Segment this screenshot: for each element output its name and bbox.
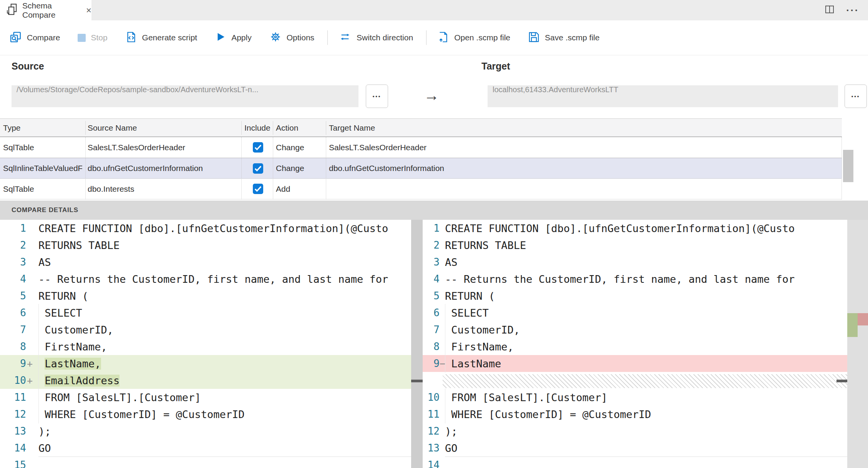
split-editor-icon[interactable] [824, 4, 835, 16]
more-actions-icon[interactable]: ••• [846, 7, 860, 13]
compare-details-title: COMPARE DETAILS [12, 206, 78, 214]
header-divider [241, 121, 242, 135]
code-text: CREATE FUNCTION [dbo].[ufnGetCustomerInf… [38, 222, 423, 234]
line-number: 3 [0, 256, 26, 268]
code-line[interactable]: 11 WHERE [CustomerID] = @CustomerID [423, 406, 868, 423]
diff-overview-ruler[interactable] [847, 220, 868, 468]
cell-type: SqlTable [3, 137, 82, 158]
code-text: EmailAddress [38, 375, 423, 387]
column-header-source-name[interactable]: Source Name [88, 119, 137, 137]
table-row[interactable]: SqlTableSalesLT.SalesOrderHeader ChangeS… [0, 137, 842, 158]
code-line[interactable]: 1CREATE FUNCTION [dbo].[ufnGetCustomerIn… [423, 220, 868, 237]
code-line[interactable]: 6 SELECT [423, 304, 868, 321]
open-file-icon [437, 31, 449, 45]
code-text: GO [445, 442, 868, 454]
code-line[interactable]: 13); [0, 423, 423, 440]
code-line[interactable]: 5RETURN ( [423, 287, 868, 304]
tab-schema-compare[interactable]: Schema Compare × [0, 0, 91, 20]
line-number: 13 [423, 442, 440, 454]
target-path-field[interactable]: localhost,61433.AdventureWorksLTT [488, 85, 838, 107]
code-line[interactable]: 13GO [423, 440, 868, 456]
code-text: CustomerID, [38, 324, 423, 336]
direction-arrow-icon: → [424, 87, 439, 104]
line-number: 5 [423, 290, 440, 302]
save-scmp-button[interactable]: Save .scmp file [528, 31, 599, 45]
include-checkbox[interactable] [253, 142, 263, 153]
code-line[interactable]: 7 CustomerID, [0, 321, 423, 338]
compare-button[interactable]: Compare [9, 31, 60, 45]
line-number: 6 [0, 307, 26, 319]
code-text: -- Returns the CustomerID, first name, a… [445, 273, 868, 285]
code-line[interactable]: 4-- Returns the CustomerID, first name, … [0, 271, 423, 287]
line-number: 7 [0, 324, 26, 335]
code-line[interactable]: 9+ LastName, [0, 355, 423, 372]
code-text: RETURN ( [38, 290, 423, 302]
code-line[interactable]: 10 FROM [SalesLT].[Customer] [423, 389, 868, 406]
include-checkbox[interactable] [253, 184, 263, 194]
source-editor-scrollbar[interactable] [411, 220, 423, 468]
line-number: 3 [423, 256, 440, 268]
code-line[interactable]: 3AS [0, 254, 423, 271]
diff-filler-line[interactable] [423, 372, 868, 389]
code-line[interactable]: 10+ EmailAddress [0, 372, 423, 389]
options-button[interactable]: Options [269, 31, 314, 45]
diff-editor-source[interactable]: 1CREATE FUNCTION [dbo].[ufnGetCustomerIn… [0, 220, 423, 468]
code-line[interactable]: 9− LastName [423, 355, 868, 372]
diff-sign: + [26, 358, 37, 369]
code-line[interactable]: 15 [0, 456, 423, 468]
source-browse-button[interactable]: ••• [366, 85, 388, 108]
apply-button[interactable]: Apply [215, 31, 252, 44]
table-row[interactable]: SqlTabledbo.Interests Add [0, 179, 842, 199]
target-browse-button[interactable]: ••• [845, 85, 867, 108]
code-line[interactable]: 1CREATE FUNCTION [dbo].[ufnGetCustomerIn… [0, 220, 423, 237]
code-text: LastName, [38, 358, 423, 370]
code-text: FROM [SalesLT].[Customer] [445, 392, 868, 403]
column-header-target-name[interactable]: Target Name [329, 119, 375, 137]
code-line[interactable]: 3AS [423, 254, 868, 271]
open-scmp-button[interactable]: Open .scmp file [437, 31, 510, 45]
code-line[interactable]: 11 FROM [SalesLT].[Customer] [0, 389, 423, 406]
diff-hatch-pattern [443, 374, 868, 388]
line-number: 6 [423, 307, 440, 319]
code-line[interactable]: 8 FirstName, [423, 338, 868, 355]
code-line[interactable]: 14 [423, 456, 868, 468]
diff-editor-target[interactable]: 1CREATE FUNCTION [dbo].[ufnGetCustomerIn… [423, 220, 868, 468]
column-header-include[interactable]: Include [244, 119, 271, 137]
toolbar-separator [327, 30, 328, 45]
code-text: SELECT [38, 307, 423, 319]
include-checkbox[interactable] [253, 163, 263, 174]
code-line[interactable]: 6 SELECT [0, 304, 423, 321]
apply-icon [215, 31, 226, 44]
line-number: 1 [0, 222, 26, 234]
code-line[interactable]: 2RETURNS TABLE [0, 237, 423, 254]
column-header-type[interactable]: Type [3, 119, 21, 137]
apply-label: Apply [231, 33, 252, 42]
code-line[interactable]: 7 CustomerID, [423, 321, 868, 338]
table-row[interactable]: SqlInlineTableValuedFu...dbo.ufnGetCusto… [0, 158, 842, 179]
code-line[interactable]: 12); [423, 423, 868, 440]
column-divider [241, 137, 242, 199]
switch-direction-button[interactable]: Switch direction [339, 31, 413, 44]
tab-close-icon[interactable]: × [86, 6, 91, 15]
schema-compare-window: Schema Compare × ••• Compare [0, 0, 868, 468]
code-line[interactable]: 14GO [0, 440, 423, 456]
code-line[interactable]: 2RETURNS TABLE [423, 237, 868, 254]
generate-script-button[interactable]: Generate script [125, 31, 197, 45]
source-path-field[interactable]: /Volumes/Storage/CodeRepos/sample-sandbo… [12, 85, 358, 107]
code-text: ); [38, 425, 423, 437]
cell-source-name: dbo.Interests [88, 179, 238, 199]
line-number: 7 [423, 324, 440, 335]
line-number: 2 [423, 239, 440, 251]
code-text: -- Returns the CustomerID, first name, a… [38, 273, 423, 285]
grid-scrollbar-thumb[interactable] [843, 150, 853, 182]
column-header-action[interactable]: Action [276, 119, 298, 137]
code-line[interactable]: 12 WHERE [CustomerID] = @CustomerID [0, 406, 423, 423]
code-line[interactable]: 4-- Returns the CustomerID, first name, … [423, 271, 868, 287]
code-line[interactable]: 5RETURN ( [0, 287, 423, 304]
stop-button[interactable]: Stop [78, 33, 107, 42]
generate-script-icon [125, 31, 137, 45]
column-divider [841, 137, 842, 199]
options-label: Options [287, 33, 314, 42]
code-line[interactable]: 8 FirstName, [0, 338, 423, 355]
line-number: 4 [0, 273, 26, 285]
